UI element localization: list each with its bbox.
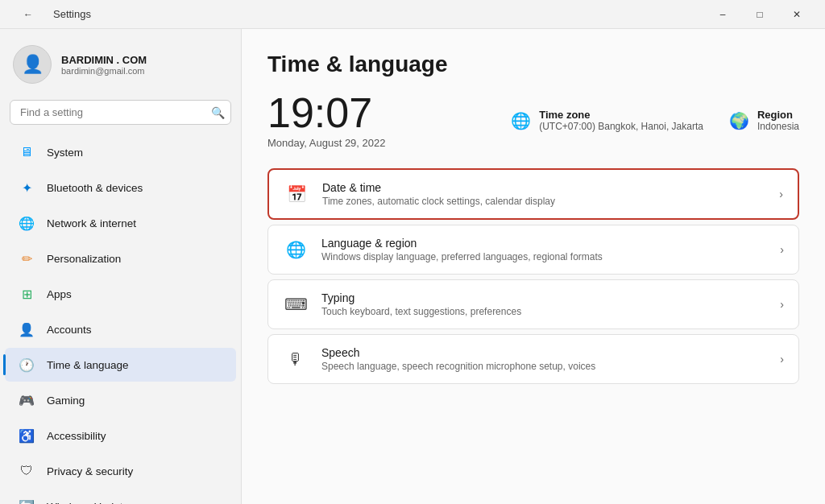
timezone-card: 🌐 Time zone (UTC+07:00) Bangkok, Hanoi, …: [511, 109, 703, 132]
speech-title: Speech: [321, 346, 767, 359]
avatar-icon: 👤: [22, 54, 44, 75]
date-time-icon: 📅: [284, 181, 309, 207]
windows-icon: 🔄: [18, 498, 35, 504]
nav-item-time[interactable]: 🕐 Time & language: [5, 348, 236, 382]
nav-label-time: Time & language: [47, 359, 129, 371]
nav-item-accessibility[interactable]: ♿ Accessibility: [5, 419, 236, 452]
nav-label-privacy: Privacy & security: [47, 465, 133, 477]
gaming-icon: 🎮: [18, 391, 35, 409]
nav-label-system: System: [47, 147, 83, 159]
nav-item-network[interactable]: 🌐 Network & internet: [5, 206, 236, 240]
settings-item-date-time[interactable]: 📅 Date & time Time zones, automatic cloc…: [267, 168, 799, 220]
typing-desc: Touch keyboard, text suggestions, prefer…: [321, 306, 767, 317]
sidebar: 👤 BARDIMIN . COM bardimin@gmail.com 🔍 🖥 …: [0, 29, 242, 504]
language-chevron: ›: [780, 243, 784, 256]
timezone-value: (UTC+07:00) Bangkok, Hanoi, Jakarta: [539, 121, 703, 132]
nav-item-system[interactable]: 🖥 System: [5, 135, 236, 169]
close-button[interactable]: ✕: [778, 0, 815, 29]
nav-label-apps: Apps: [47, 288, 72, 300]
region-card: 🌍 Region Indonesia: [729, 109, 799, 132]
nav-item-personalization[interactable]: ✏ Personalization: [5, 242, 236, 275]
date-time-title: Date & time: [322, 181, 766, 194]
search-box: 🔍: [10, 100, 231, 125]
user-info: BARDIMIN . COM bardimin@gmail.com: [61, 54, 147, 76]
nav-label-gaming: Gaming: [47, 395, 85, 407]
user-name: BARDIMIN . COM: [61, 54, 147, 66]
speech-icon: 🎙: [283, 346, 309, 372]
time-side-info: 🌐 Time zone (UTC+07:00) Bangkok, Hanoi, …: [511, 109, 799, 132]
typing-chevron: ›: [780, 298, 784, 311]
timezone-icon: 🌐: [511, 111, 531, 130]
back-button[interactable]: ←: [10, 0, 47, 29]
region-icon: 🌍: [729, 111, 749, 130]
region-value: Indonesia: [757, 121, 799, 132]
typing-icon: ⌨: [283, 291, 309, 317]
nav-item-apps[interactable]: ⊞ Apps: [5, 277, 236, 311]
page-title: Time & language: [267, 52, 799, 77]
network-icon: 🌐: [18, 214, 35, 232]
accounts-icon: 👤: [18, 320, 35, 338]
privacy-icon: 🛡: [18, 462, 35, 480]
settings-item-language[interactable]: 🌐 Language & region Windows display lang…: [267, 225, 799, 275]
system-icon: 🖥: [18, 143, 35, 161]
main-content: Time & language 19:07 Monday, August 29,…: [242, 29, 825, 504]
speech-chevron: ›: [780, 353, 784, 366]
settings-item-typing[interactable]: ⌨ Typing Touch keyboard, text suggestion…: [267, 279, 799, 329]
app-title: Settings: [53, 8, 91, 20]
time-icon: 🕐: [18, 356, 35, 374]
time-info-row: 19:07 Monday, August 29, 2022 🌐 Time zon…: [267, 92, 799, 149]
accessibility-icon: ♿: [18, 427, 35, 444]
region-label: Region: [757, 109, 799, 121]
language-desc: Windows display language, preferred lang…: [321, 251, 767, 262]
avatar: 👤: [13, 45, 52, 84]
nav-item-windows[interactable]: 🔄 Windows Update: [5, 490, 236, 504]
personalization-icon: ✏: [18, 250, 35, 267]
nav-label-network: Network & internet: [47, 217, 136, 229]
date-time-chevron: ›: [779, 188, 783, 200]
window-controls: – □ ✕: [704, 0, 815, 29]
minimize-button[interactable]: –: [704, 0, 741, 29]
current-time: 19:07: [267, 92, 372, 134]
current-date: Monday, August 29, 2022: [267, 137, 404, 149]
nav-item-privacy[interactable]: 🛡 Privacy & security: [5, 454, 236, 488]
title-bar: ← Settings – □ ✕: [0, 0, 825, 29]
apps-icon: ⊞: [18, 285, 35, 303]
search-input[interactable]: [10, 100, 231, 125]
app-body: 👤 BARDIMIN . COM bardimin@gmail.com 🔍 🖥 …: [0, 29, 825, 504]
bluetooth-icon: ✦: [18, 179, 35, 196]
settings-list: 📅 Date & time Time zones, automatic cloc…: [267, 168, 799, 384]
nav-label-bluetooth: Bluetooth & devices: [47, 182, 143, 194]
nav-item-gaming[interactable]: 🎮 Gaming: [5, 383, 236, 417]
search-icon: 🔍: [211, 106, 225, 119]
speech-desc: Speech language, speech recognition micr…: [321, 361, 767, 372]
nav-item-bluetooth[interactable]: ✦ Bluetooth & devices: [5, 171, 236, 204]
typing-title: Typing: [321, 291, 767, 304]
user-profile[interactable]: 👤 BARDIMIN . COM bardimin@gmail.com: [0, 35, 241, 97]
search-button[interactable]: 🔍: [211, 106, 225, 119]
nav-label-windows: Windows Update: [47, 501, 129, 505]
user-email: bardimin@gmail.com: [61, 66, 147, 76]
timezone-label: Time zone: [539, 109, 703, 121]
settings-item-speech[interactable]: 🎙 Speech Speech language, speech recogni…: [267, 334, 799, 384]
nav-item-accounts[interactable]: 👤 Accounts: [5, 312, 236, 346]
date-time-desc: Time zones, automatic clock settings, ca…: [322, 196, 766, 207]
nav-label-accessibility: Accessibility: [47, 430, 106, 442]
nav-label-accounts: Accounts: [47, 324, 92, 336]
nav-label-personalization: Personalization: [47, 253, 121, 265]
time-date-col: 19:07 Monday, August 29, 2022: [267, 92, 404, 149]
maximize-button[interactable]: □: [741, 0, 778, 29]
language-title: Language & region: [321, 237, 767, 250]
language-icon: 🌐: [283, 237, 309, 262]
